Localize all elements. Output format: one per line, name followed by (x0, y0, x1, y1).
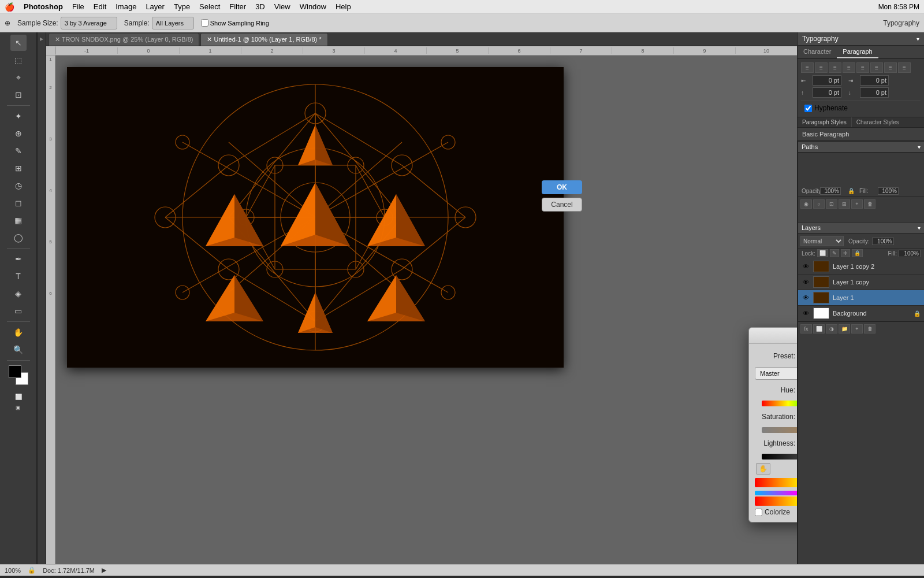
colorize-checkbox[interactable] (755, 509, 762, 516)
blend-mode-select[interactable]: Normal (800, 236, 844, 246)
layers-fx-btn[interactable]: fx (800, 324, 812, 334)
tool-crop[interactable]: ⊡ (10, 87, 27, 103)
paths-new-icon[interactable]: + (851, 199, 863, 209)
menu-help[interactable]: Help (336, 2, 351, 11)
tool-clone[interactable]: ⊞ (10, 160, 27, 176)
show-sampling-checkbox[interactable] (201, 19, 208, 27)
tool-dodge[interactable]: ◯ (10, 229, 27, 246)
light-slider-track[interactable] (762, 454, 797, 460)
dialog-titlebar[interactable]: Hue/Saturation (749, 328, 797, 344)
character-styles-tab[interactable]: Character Styles (852, 117, 904, 127)
layers-delete-btn[interactable]: 🗑 (864, 324, 875, 334)
menu-view[interactable]: View (274, 2, 290, 11)
typography-collapse-icon[interactable]: ▾ (916, 36, 919, 42)
tool-marquee[interactable]: ⬚ (10, 52, 27, 68)
justify-left-icon[interactable]: ≡ (856, 62, 869, 73)
paths-stroke-icon[interactable]: ○ (813, 199, 825, 209)
menu-window[interactable]: Window (300, 2, 326, 11)
dialog-ok-button[interactable]: OK (542, 180, 582, 194)
hyphenate-checkbox[interactable] (804, 105, 812, 112)
paths-load-icon[interactable]: ⊡ (826, 199, 837, 209)
tab-tron[interactable]: ✕ TRON SNDBOX.png @ 25% (Layer 0, RGB/8) (49, 33, 199, 46)
menu-filter[interactable]: Filter (229, 2, 246, 11)
fill-input[interactable] (878, 187, 899, 195)
tab-paragraph[interactable]: Paragraph (837, 46, 878, 58)
layer-row-1[interactable]: 👁 Layer 1 (798, 290, 924, 306)
tool-shape[interactable]: ▭ (10, 303, 27, 319)
layers-mask-btn[interactable]: ⬜ (813, 324, 825, 334)
align-right-icon[interactable]: ≡ (829, 62, 841, 73)
tool-pen[interactable]: ✒ (10, 251, 27, 267)
sample-select[interactable]: All Layers (152, 17, 194, 29)
sample-size-select[interactable]: 3 by 3 Average (61, 17, 117, 29)
tool-gradient[interactable]: ▦ (10, 212, 27, 228)
menu-file[interactable]: File (72, 2, 84, 11)
indent-left-input[interactable] (813, 75, 841, 86)
tool-history[interactable]: ◷ (10, 177, 27, 194)
paths-collapse-icon[interactable]: ▾ (918, 144, 921, 150)
fill-input2[interactable] (899, 250, 921, 257)
paths-header[interactable]: Paths ▾ (798, 142, 924, 153)
layer-vis-1[interactable]: 👁 (802, 294, 810, 302)
layers-new-btn[interactable]: + (851, 324, 863, 334)
tool-path-select[interactable]: ◈ (10, 286, 27, 302)
sat-slider-track[interactable] (762, 427, 797, 433)
channel-select[interactable]: Master (755, 367, 797, 380)
justify-all-icon[interactable]: ≡ (898, 62, 911, 73)
fg-color-swatch[interactable] (9, 365, 21, 378)
tool-quick-mask[interactable]: ⬜ (9, 391, 28, 402)
layer-row-bg[interactable]: 👁 Background 🔒 (798, 306, 924, 321)
layers-group-btn[interactable]: 📁 (839, 324, 850, 334)
justify-icon[interactable]: ≡ (843, 62, 855, 73)
paths-mask-icon[interactable]: ⊞ (839, 199, 850, 209)
opacity-input[interactable] (820, 187, 841, 195)
justify-center-icon[interactable]: ≡ (870, 62, 883, 73)
layer-row-copy2[interactable]: 👁 Layer 1 copy 2 (798, 259, 924, 275)
layers-header[interactable]: Layers ▾ (798, 223, 924, 234)
dialog-hand-tool[interactable]: ✋ (756, 463, 770, 475)
tool-zoom[interactable]: 🔍 (10, 342, 27, 358)
align-center-icon[interactable]: ≡ (815, 62, 828, 73)
tool-move[interactable]: ↖ (10, 35, 27, 51)
paths-delete-icon[interactable]: 🗑 (864, 199, 875, 209)
align-left-icon[interactable]: ≡ (801, 62, 814, 73)
tool-lasso[interactable]: ⌖ (10, 69, 27, 86)
layer-vis-copy2[interactable]: 👁 (802, 262, 810, 271)
menu-layer[interactable]: Layer (146, 2, 165, 11)
menu-select[interactable]: Select (199, 2, 220, 11)
playback-btn[interactable]: ▶ (102, 566, 106, 574)
lock-move-icon[interactable]: ✛ (841, 249, 850, 257)
tool-eyedropper[interactable]: ✦ (10, 108, 27, 124)
dialog-cancel-button[interactable]: Cancel (542, 198, 582, 212)
layers-collapse-icon[interactable]: ▾ (918, 225, 921, 231)
space-before-input[interactable] (813, 87, 841, 98)
tool-screen-mode[interactable]: ▣ (9, 403, 28, 412)
layer-vis-copy1[interactable]: 👁 (802, 278, 810, 286)
layer-vis-bg[interactable]: 👁 (802, 309, 810, 317)
panel-strip-btn-1[interactable]: ▶ (39, 35, 45, 43)
opacity-input2[interactable] (872, 238, 894, 245)
paths-fill-icon[interactable]: ◉ (800, 199, 812, 209)
justify-right-icon[interactable]: ≡ (884, 62, 897, 73)
menu-image[interactable]: Image (116, 2, 136, 11)
tab-untitled[interactable]: ✕ Untitled-1 @ 100% (Layer 1, RGB/8) * (200, 33, 327, 46)
tool-brush[interactable]: ✎ (10, 143, 27, 159)
paragraph-styles-tab[interactable]: Paragraph Styles (798, 117, 852, 127)
lock-all-icon[interactable]: 🔒 (852, 249, 863, 257)
space-after-input[interactable] (860, 87, 889, 98)
tool-eraser[interactable]: ◻ (10, 195, 27, 211)
tool-text[interactable]: T (10, 268, 27, 284)
app-name[interactable]: Photoshop (24, 2, 63, 11)
menu-type[interactable]: Type (174, 2, 190, 11)
hue-slider-track[interactable] (762, 401, 797, 406)
menu-edit[interactable]: Edit (94, 2, 106, 11)
layers-adjustment-btn[interactable]: ◑ (826, 324, 837, 334)
lock-paint-icon[interactable]: ✎ (830, 249, 839, 257)
lock-transparency-icon[interactable]: ⬜ (817, 249, 828, 257)
layer-row-copy1[interactable]: 👁 Layer 1 copy (798, 275, 924, 290)
tab-character[interactable]: Character (798, 46, 837, 58)
tool-spot-heal[interactable]: ⊕ (10, 125, 27, 142)
apple-menu[interactable]: 🍎 (5, 2, 14, 12)
tool-hand[interactable]: ✋ (10, 324, 27, 340)
indent-right-input[interactable] (860, 75, 889, 86)
